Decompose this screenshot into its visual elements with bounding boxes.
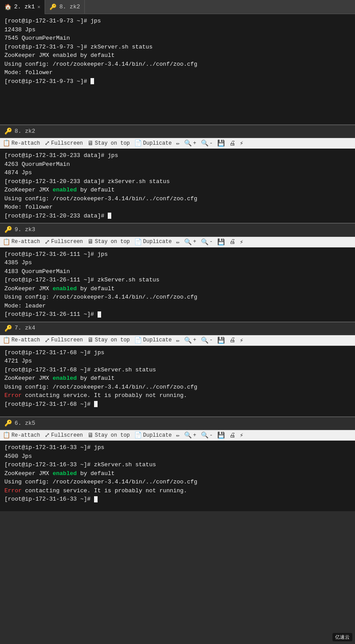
flash-button[interactable]: ⚡ xyxy=(240,431,243,439)
print-button[interactable]: 🖨 xyxy=(229,140,235,147)
edit-icon: ✏️ xyxy=(176,431,180,439)
error-text: Error xyxy=(4,392,22,399)
edit-button[interactable]: ✏️ xyxy=(176,139,180,147)
cursor xyxy=(108,213,111,219)
zoom-out-minus: - xyxy=(210,140,213,146)
panel-title-zk4: 7. zk4 xyxy=(15,324,35,333)
fullscreen-button[interactable]: ⤢ Fullscreen xyxy=(45,238,83,246)
edit-button[interactable]: ✏️ xyxy=(176,238,180,246)
tab-zk1[interactable]: 🏠 2. zk1 ✕ xyxy=(0,0,45,14)
reattach-icon: 📋 xyxy=(3,139,10,147)
tab-label-zk1: 2. zk1 xyxy=(14,4,35,10)
zoom-in-button[interactable]: 🔍+ xyxy=(184,238,196,246)
panel-icon-zk4: 🔑 xyxy=(4,324,12,333)
duplicate-button[interactable]: 📄 Duplicate xyxy=(134,238,172,246)
enabled-text: enabled xyxy=(53,470,77,477)
term-content-zk1: [root@ip-172-31-9-73 ~]# jps 12438 Jps 7… xyxy=(0,14,355,124)
duplicate-button[interactable]: 📄 Duplicate xyxy=(134,139,172,147)
print-icon: 🖨 xyxy=(229,337,235,344)
fullscreen-button[interactable]: ⤢ Fullscreen xyxy=(45,139,83,147)
duplicate-button[interactable]: 📄 Duplicate xyxy=(134,337,172,344)
term-line: Using config: /root/zookeeper-3.4.14/bin… xyxy=(4,293,351,302)
term-line: ZooKeeper JMX enabled by default xyxy=(4,285,351,293)
term-line: [root@ip-172-31-9-73 ~]# zkServer.sh sta… xyxy=(4,43,351,52)
term-line: [root@ip-172-31-26-111 ~]# xyxy=(4,310,351,319)
save-icon: 💾 xyxy=(217,139,225,147)
term-line: [root@ip-172-31-16-33 ~]# zkServer.sh st… xyxy=(4,461,351,469)
save-button[interactable]: 💾 xyxy=(217,139,225,147)
panel-zk2: 🔑 8. zk2 📋 Re-attach ⤢ Fullscreen 🖥 Stay… xyxy=(0,124,355,223)
reattach-button[interactable]: 📋 Re-attach xyxy=(3,238,40,246)
minus: - xyxy=(210,239,213,245)
print-button[interactable]: 🖨 xyxy=(229,432,235,439)
flash-icon: ⚡ xyxy=(240,238,243,246)
stay-on-top-button[interactable]: 🖥 Stay on top xyxy=(87,238,130,245)
plus: + xyxy=(193,239,196,245)
print-button[interactable]: 🖨 xyxy=(229,238,235,245)
zoom-in-icon: 🔍 xyxy=(184,337,192,344)
save-button[interactable]: 💾 xyxy=(217,238,225,246)
stay-on-top-button[interactable]: 🖥 Stay on top xyxy=(87,337,130,344)
panel-header-zk5: 🔑 6. zk5 xyxy=(0,416,355,430)
stay-on-top-button[interactable]: 🖥 Stay on top xyxy=(87,432,130,439)
stay-on-top-icon: 🖥 xyxy=(87,238,94,245)
save-button[interactable]: 💾 xyxy=(217,431,225,439)
duplicate-icon: 📄 xyxy=(134,337,142,344)
toolbar-zk2: 📋 Re-attach ⤢ Fullscreen 🖥 Stay on top 📄… xyxy=(0,138,355,149)
zoom-out-icon: 🔍 xyxy=(201,238,208,246)
reattach-button[interactable]: 📋 Re-attach xyxy=(3,139,40,147)
flash-icon: ⚡ xyxy=(240,337,243,344)
stay-on-top-label: Stay on top xyxy=(95,432,130,438)
term-line: 4385 Jps xyxy=(4,258,351,267)
stay-on-top-button[interactable]: 🖥 Stay on top xyxy=(87,140,130,147)
panel-header-zk3: 🔑 9. zk3 xyxy=(0,223,355,236)
duplicate-icon: 📄 xyxy=(134,238,142,246)
zoom-out-icon: 🔍 xyxy=(201,139,208,147)
edit-button[interactable]: ✏️ xyxy=(176,337,180,344)
reattach-icon: 📋 xyxy=(3,238,10,246)
tab-zk2[interactable]: 🔑 8. zk2 xyxy=(45,0,85,14)
enabled-text: enabled xyxy=(53,52,77,59)
stay-on-top-icon: 🖥 xyxy=(87,140,94,147)
term-line: 4874 Jps xyxy=(4,168,351,177)
tab-close-zk1[interactable]: ✕ xyxy=(38,4,41,10)
fullscreen-button[interactable]: ⤢ Fullscreen xyxy=(45,337,83,344)
zoom-in-button[interactable]: 🔍+ xyxy=(184,431,196,439)
stay-on-top-label: Stay on top xyxy=(95,140,130,146)
duplicate-button[interactable]: 📄 Duplicate xyxy=(134,431,172,439)
panel-zk3: 🔑 9. zk3 📋 Re-attach ⤢ Fullscreen 🖥 Stay… xyxy=(0,223,355,321)
zoom-in-icon: 🔍 xyxy=(184,139,192,147)
term-line: ZooKeeper JMX enabled by default xyxy=(4,51,351,60)
stay-on-top-icon: 🖥 xyxy=(87,432,94,439)
zoom-in-button[interactable]: 🔍+ xyxy=(184,337,196,344)
cursor xyxy=(94,496,98,502)
zoom-out-button[interactable]: 🔍- xyxy=(201,238,213,246)
print-button[interactable]: 🖨 xyxy=(229,337,235,344)
cursor xyxy=(98,311,101,318)
flash-button[interactable]: ⚡ xyxy=(240,139,243,147)
term-line: [root@ip-172-31-20-233 data]# jps xyxy=(4,151,351,160)
zoom-out-button[interactable]: 🔍- xyxy=(201,431,213,439)
reattach-icon: 📋 xyxy=(3,337,10,344)
zoom-out-button[interactable]: 🔍- xyxy=(201,139,213,147)
save-icon: 💾 xyxy=(217,431,225,439)
fullscreen-label: Fullscreen xyxy=(51,432,83,438)
term-line: ZooKeeper JMX enabled by default xyxy=(4,186,351,195)
term-line: Using config: /root/zookeeper-3.4.14/bin… xyxy=(4,478,351,487)
flash-button[interactable]: ⚡ xyxy=(240,238,243,246)
save-button[interactable]: 💾 xyxy=(217,337,225,344)
fullscreen-button[interactable]: ⤢ Fullscreen xyxy=(45,431,83,439)
zoom-out-icon: 🔍 xyxy=(201,431,208,439)
reattach-button[interactable]: 📋 Re-attach xyxy=(3,431,40,439)
zoom-out-button[interactable]: 🔍- xyxy=(201,337,213,344)
zoom-in-button[interactable]: 🔍+ xyxy=(184,139,196,147)
edit-button[interactable]: ✏️ xyxy=(176,431,180,439)
term-line: ZooKeeper JMX enabled by default xyxy=(4,469,351,478)
save-icon: 💾 xyxy=(217,238,225,246)
tab-label-zk2: 8. zk2 xyxy=(59,4,80,10)
flash-button[interactable]: ⚡ xyxy=(240,337,243,344)
minus: - xyxy=(210,337,213,343)
reattach-button[interactable]: 📋 Re-attach xyxy=(3,337,40,344)
term-line: Error contacting service. It is probably… xyxy=(4,391,351,400)
panel-title-zk2: 8. zk2 xyxy=(15,127,35,136)
